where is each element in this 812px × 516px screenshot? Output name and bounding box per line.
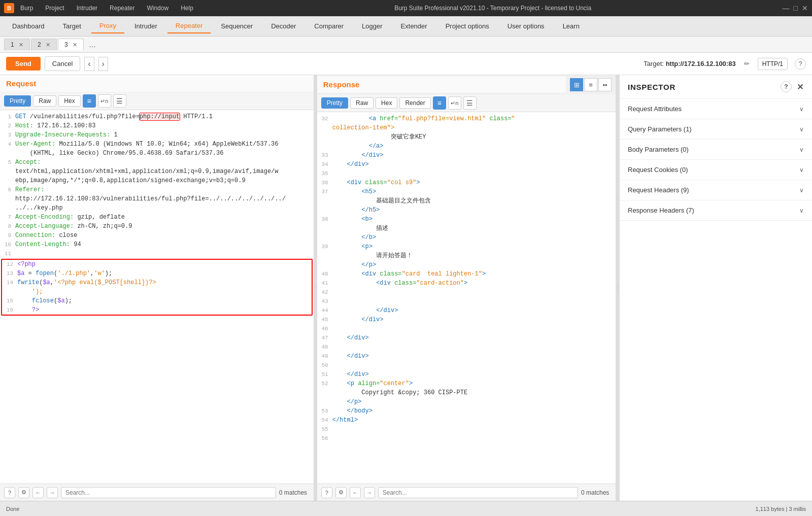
- inspector-section-request-cookies[interactable]: Request Cookies (0) ∨: [620, 160, 812, 180]
- inspector-section-query-params[interactable]: Query Parameters (1) ∨: [620, 119, 812, 140]
- response-filter-icon[interactable]: ≡: [433, 96, 446, 110]
- request-code-area[interactable]: 1 GET /vulnerabilities/ful.php?file=php:…: [0, 110, 314, 484]
- request-filter-icon[interactable]: ≡: [83, 94, 96, 108]
- response-hex-btn[interactable]: Hex: [376, 97, 397, 109]
- edit-target-icon[interactable]: ✏: [744, 60, 750, 67]
- send-button[interactable]: Send: [6, 57, 41, 71]
- http-version-selector[interactable]: HTTP/1: [758, 58, 788, 70]
- tab-project-options[interactable]: Project options: [437, 19, 497, 33]
- response-panel: Response ⊞ ≡ ▪▪ Pretty Raw Hex Render ≡ …: [317, 75, 616, 501]
- request-newline-icon[interactable]: ↵n: [98, 94, 111, 108]
- menu-burp[interactable]: Burp: [18, 4, 35, 13]
- menu-window[interactable]: Window: [145, 4, 171, 13]
- tab-target[interactable]: Target: [55, 19, 89, 33]
- resp-line-35: 35: [317, 169, 616, 178]
- response-pretty-btn[interactable]: Pretty: [321, 97, 348, 109]
- response-search-input[interactable]: [378, 487, 578, 498]
- resp-line-32b: collection-item">: [317, 123, 616, 132]
- chevron-down-icon: ∨: [799, 187, 804, 194]
- status-text: Done: [6, 506, 19, 512]
- request-search-prev[interactable]: ←: [32, 487, 44, 498]
- request-help-icon[interactable]: ?: [4, 487, 15, 498]
- response-raw-btn[interactable]: Raw: [350, 97, 374, 109]
- tab-learn[interactable]: Learn: [555, 19, 588, 33]
- view-grid-icon[interactable]: ⊞: [570, 78, 583, 91]
- repeater-tab-3[interactable]: 3 ✕: [58, 39, 84, 50]
- inspector-section-label: Request Cookies (0): [628, 166, 688, 174]
- inspector-section-body-params[interactable]: Body Parameters (0) ∨: [620, 140, 812, 160]
- response-render-btn[interactable]: Render: [399, 97, 430, 109]
- view-list-icon[interactable]: ≡: [584, 78, 597, 91]
- code-line-13: 13 $a = fopen('./1.php','w');: [2, 269, 312, 278]
- request-hex-btn[interactable]: Hex: [58, 95, 80, 107]
- tab-logger[interactable]: Logger: [354, 19, 390, 33]
- resp-line-43: 43: [317, 297, 616, 306]
- maximize-button[interactable]: □: [794, 4, 798, 12]
- request-search-next[interactable]: →: [47, 487, 58, 498]
- repeater-tabs: 1 ✕ 2 ✕ 3 ✕ …: [0, 37, 812, 53]
- response-search-next[interactable]: →: [364, 487, 375, 498]
- window-controls: — □ ✕: [783, 4, 808, 12]
- view-mode-buttons: ⊞ ≡ ▪▪: [566, 75, 616, 94]
- resp-line-36: 36 <div class="col s9">: [317, 178, 616, 187]
- response-settings-icon[interactable]: ⚙: [335, 487, 347, 498]
- nav-prev-button[interactable]: ‹: [84, 57, 94, 71]
- php-block: 12 <?php 13 $a = fopen('./1.php','w'); 1…: [1, 259, 313, 316]
- inspector-close-button[interactable]: ✕: [797, 82, 804, 92]
- inspector-section-label: Request Headers (9): [628, 186, 689, 194]
- inspector-help-button[interactable]: ?: [781, 81, 792, 92]
- inspector-section-request-attributes[interactable]: Request Attributes ∨: [620, 99, 812, 119]
- menu-help[interactable]: Help: [179, 4, 195, 13]
- tab-intruder[interactable]: Intruder: [126, 19, 165, 33]
- code-line-11: 11: [0, 249, 314, 258]
- cancel-button[interactable]: Cancel: [45, 56, 80, 71]
- tab-dashboard[interactable]: Dashboard: [4, 19, 53, 33]
- repeater-tab-1[interactable]: 1 ✕: [4, 39, 30, 50]
- menu-project[interactable]: Project: [43, 4, 66, 13]
- response-header-row: Response ⊞ ≡ ▪▪: [317, 75, 616, 94]
- request-pretty-btn[interactable]: Pretty: [4, 95, 31, 107]
- code-line-6c: ../../key.php: [0, 203, 314, 213]
- resp-line-38b: 描述: [317, 224, 616, 233]
- menu-repeater[interactable]: Repeater: [108, 4, 137, 13]
- resp-line-32d: </a>: [317, 142, 616, 151]
- response-search-prev[interactable]: ←: [350, 487, 361, 498]
- tab-user-options[interactable]: User options: [499, 19, 553, 33]
- inspector-section-label: Request Attributes: [628, 105, 682, 113]
- view-compact-icon[interactable]: ▪▪: [598, 78, 612, 91]
- menu-intruder[interactable]: Intruder: [75, 4, 99, 13]
- code-line-10: 10 Content-Length: 94: [0, 240, 314, 249]
- request-menu-icon[interactable]: ☰: [113, 94, 126, 108]
- inspector-section-request-headers[interactable]: Request Headers (9) ∨: [620, 180, 812, 200]
- tab-comparer[interactable]: Comparer: [306, 19, 352, 33]
- inspector-section-label: Query Parameters (1): [628, 125, 692, 133]
- minimize-button[interactable]: —: [783, 4, 790, 12]
- help-button[interactable]: ?: [795, 58, 806, 70]
- nav-next-button[interactable]: ›: [98, 57, 108, 71]
- response-menu-icon[interactable]: ☰: [463, 96, 477, 110]
- resp-line-39c: </p>: [317, 260, 616, 269]
- response-code-area[interactable]: 32 <a href="ful.php?file=view.html" clas…: [317, 112, 616, 484]
- close-button[interactable]: ✕: [802, 4, 808, 12]
- request-matches: 0 matches: [279, 489, 310, 496]
- tab-extender[interactable]: Extender: [393, 19, 435, 33]
- resp-line-37b: 基础题目之文件包含: [317, 196, 616, 205]
- tab-sequencer[interactable]: Sequencer: [213, 19, 261, 33]
- response-help-icon[interactable]: ?: [321, 487, 332, 498]
- request-search-input[interactable]: [61, 487, 276, 498]
- app-icon: B: [4, 3, 14, 13]
- inspector-section-response-headers[interactable]: Response Headers (7) ∨: [620, 200, 812, 221]
- code-line-15: 15 fclose($a);: [2, 296, 312, 305]
- request-raw-btn[interactable]: Raw: [33, 95, 56, 107]
- tab-repeater[interactable]: Repeater: [167, 19, 211, 33]
- resp-line-45: 45 </div>: [317, 315, 616, 324]
- repeater-tab-2[interactable]: 2 ✕: [31, 39, 57, 50]
- tab-proxy[interactable]: Proxy: [91, 19, 124, 33]
- tab-decoder[interactable]: Decoder: [263, 19, 304, 33]
- request-settings-icon[interactable]: ⚙: [18, 487, 29, 498]
- add-tab-button[interactable]: …: [85, 39, 100, 51]
- response-newline-icon[interactable]: ↵n: [448, 96, 461, 110]
- target-label: Target: http://172.16.12.100:83: [644, 60, 735, 67]
- response-footer: ? ⚙ ← → 0 matches: [317, 484, 616, 501]
- response-matches: 0 matches: [581, 489, 612, 496]
